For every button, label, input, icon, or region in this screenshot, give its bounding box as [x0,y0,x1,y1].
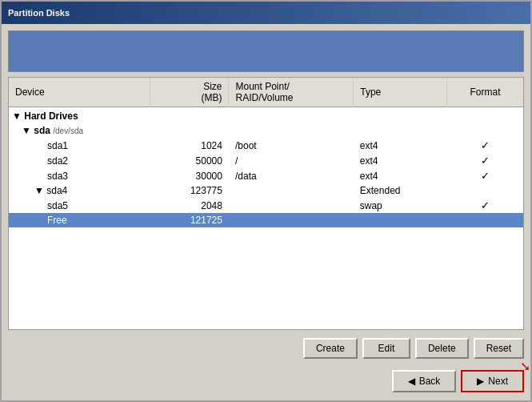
title-text: Partition Disks [8,8,70,18]
cell-size: 30000 [150,168,229,183]
partition-table-container: Device Size(MB) Mount Point/RAID/Volume … [8,77,524,330]
cell-type: Extended [354,183,447,198]
format-checkmark: ✓ [481,199,490,211]
edit-button[interactable]: Edit [362,338,410,359]
col-header-format: Format [447,78,523,107]
next-button[interactable]: ▶ Next [461,370,524,392]
delete-button[interactable]: Delete [415,338,469,359]
top-banner [8,30,524,72]
col-header-mount: Mount Point/RAID/Volume [229,78,354,107]
cell-size: 123775 [150,183,229,198]
table-row[interactable]: Free 121725 [9,213,523,227]
cell-type: ext4 [354,153,447,168]
nav-buttons: ◀ Back ➘ ▶ Next [8,367,524,394]
create-button[interactable]: Create [303,338,358,359]
cell-device: ▼ sda4 [9,183,150,198]
main-window: Partition Disks Device Size(MB) Mount Po… [0,0,532,402]
cell-device: sda2 [9,153,150,168]
cell-format: ✓ [447,168,523,183]
cell-format [447,213,523,227]
partition-table: Device Size(MB) Mount Point/RAID/Volume … [9,78,523,227]
col-header-type: Type [354,78,447,107]
cell-mount: / [229,153,354,168]
back-arrow-icon: ◀ [408,376,415,387]
cell-size: 1024 [150,138,229,153]
cell-mount: /boot [229,138,354,153]
format-checkmark: ✓ [481,139,490,151]
cell-format: ✓ [447,198,523,213]
cell-device: sda5 [9,198,150,213]
cell-format: ✓ [447,138,523,153]
title-bar: Partition Disks [2,2,530,24]
next-button-wrapper: ➘ ▶ Next [461,370,524,392]
back-label: Back [419,376,441,387]
cell-type: ext4 [354,168,447,183]
cell-size: 121725 [150,213,229,227]
next-arrow-icon: ▶ [477,376,484,387]
table-row[interactable]: sda1 1024 /boot ext4 ✓ [9,138,523,153]
cell-mount [229,213,354,227]
cell-format: ✓ [447,153,523,168]
cell-device: Free [9,213,150,227]
cell-mount [229,183,354,198]
sda-row: ▼ sda /dev/sda [9,123,523,138]
cell-size: 2048 [150,198,229,213]
table-row[interactable]: ▼ sda4 123775 Extended [9,183,523,198]
col-header-size: Size(MB) [150,78,229,107]
cell-format [447,183,523,198]
reset-button[interactable]: Reset [474,338,524,359]
cell-mount [229,198,354,213]
cell-type: swap [354,198,447,213]
cell-size: 50000 [150,153,229,168]
cell-device: sda3 [9,168,150,183]
cell-mount: /data [229,168,354,183]
action-buttons: Create Edit Delete Reset [8,335,524,362]
content-area: Device Size(MB) Mount Point/RAID/Volume … [2,24,530,400]
table-row[interactable]: sda3 30000 /data ext4 ✓ [9,168,523,183]
table-row[interactable]: sda5 2048 swap ✓ [9,198,523,213]
format-checkmark: ✓ [481,170,490,182]
back-button[interactable]: ◀ Back [392,370,457,392]
format-checkmark: ✓ [481,155,490,167]
table-row[interactable]: sda2 50000 / ext4 ✓ [9,153,523,168]
cell-type: ext4 [354,138,447,153]
cell-type [354,213,447,227]
next-label: Next [488,376,508,387]
group-header-hard-drives: ▼ Hard Drives [9,107,523,124]
col-header-device: Device [9,78,150,107]
cell-device: sda1 [9,138,150,153]
